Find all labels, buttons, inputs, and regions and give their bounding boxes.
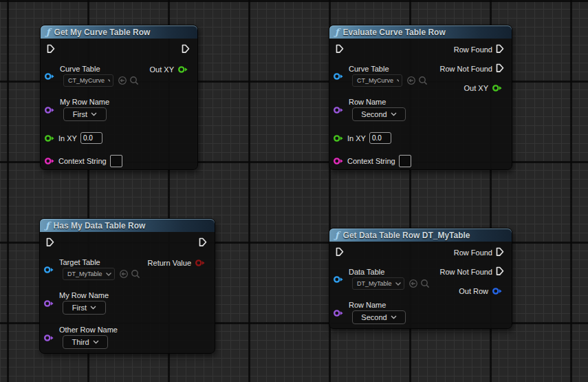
in-xy-pin[interactable]: [44, 134, 55, 142]
use-selected-asset-icon[interactable]: [118, 76, 127, 85]
chevron-down-icon: [105, 272, 111, 277]
chevron-down-icon: [391, 315, 397, 319]
curve-table-label: Curve Table: [60, 65, 100, 73]
other-row-name-label: Other Row Name: [59, 326, 118, 334]
other-row-name-select-value: Third: [72, 338, 89, 346]
asset-select-value: CT_MyCurve: [68, 77, 105, 84]
node-header[interactable]: ƒ Get Data Table Row DT_MyTable: [329, 229, 512, 242]
use-selected-asset-icon[interactable]: [409, 279, 418, 288]
node-has-my-data-table-row[interactable]: ƒ Has My Data Table Row Target Table DT_…: [39, 218, 215, 354]
data-table-asset-select[interactable]: DT_MyTable: [352, 277, 404, 290]
exec-in-pin[interactable]: [336, 247, 344, 257]
my-row-name-select-value: First: [72, 304, 87, 312]
context-string-pin[interactable]: [44, 157, 55, 165]
data-table-pin[interactable]: [333, 275, 344, 284]
row-name-select-value: Second: [361, 313, 386, 321]
row-not-found-label: Row Not Found: [440, 65, 492, 73]
context-string-pin[interactable]: [333, 157, 344, 165]
row-not-found-label: Row Not Found: [440, 268, 492, 276]
curve-table-asset-select[interactable]: CT_MyCurve: [352, 74, 402, 87]
row-name-select[interactable]: First: [63, 107, 107, 121]
row-found-pin-row[interactable]: Row Found: [454, 247, 504, 257]
row-not-found-exec-pin[interactable]: [496, 63, 504, 74]
node-title: Get My Curve Table Row: [54, 28, 151, 37]
row-not-found-pin-row[interactable]: Row Not Found: [440, 63, 504, 74]
out-row-pin[interactable]: [492, 287, 503, 295]
row-found-exec-pin[interactable]: [496, 247, 504, 257]
asset-select-value: CT_MyCurve: [357, 77, 393, 84]
curve-table-asset-select[interactable]: CT_MyCurve: [63, 74, 113, 87]
curve-table-pin[interactable]: [333, 72, 344, 81]
node-get-my-curve-table-row[interactable]: ƒ Get My Curve Table Row Curve Table CT_…: [40, 25, 198, 170]
data-table-label: Data Table: [349, 268, 384, 276]
return-value-pin-row[interactable]: Return Value: [148, 259, 206, 267]
my-row-name-select[interactable]: First: [63, 301, 106, 315]
node-title: Get Data Table Row DT_MyTable: [343, 231, 470, 240]
out-xy-pin-row[interactable]: Out XY: [150, 65, 188, 74]
node-evaluate-curve-table-row[interactable]: ƒ Evaluate Curve Table Row Row Found Row…: [329, 25, 512, 170]
exec-out-pin[interactable]: [182, 44, 190, 54]
target-table-label: Target Table: [59, 258, 100, 266]
out-xy-pin[interactable]: [492, 84, 503, 92]
target-table-asset-select[interactable]: DT_MyTable: [63, 268, 115, 280]
function-icon: ƒ: [335, 231, 339, 240]
chevron-down-icon: [396, 78, 399, 83]
curve-table-label: Curve Table: [349, 65, 389, 73]
exec-in-pin[interactable]: [336, 44, 344, 54]
use-selected-asset-icon[interactable]: [119, 269, 129, 279]
chevron-down-icon: [107, 78, 110, 83]
in-xy-pin[interactable]: [333, 134, 344, 142]
function-icon: ƒ: [45, 221, 50, 230]
context-string-label: Context String: [58, 157, 107, 165]
row-name-pin[interactable]: [333, 309, 344, 317]
chevron-down-icon: [391, 112, 397, 116]
browse-to-asset-icon[interactable]: [420, 279, 430, 288]
in-xy-input[interactable]: [369, 132, 391, 144]
out-row-label: Out Row: [459, 287, 488, 295]
row-name-select[interactable]: Second: [352, 107, 406, 121]
browse-to-asset-icon[interactable]: [129, 76, 139, 85]
return-value-pin[interactable]: [195, 259, 206, 267]
browse-to-asset-icon[interactable]: [131, 269, 140, 279]
context-string-input[interactable]: [110, 155, 122, 167]
blueprint-graph-canvas[interactable]: ƒ Get My Curve Table Row Curve Table CT_…: [0, 0, 588, 382]
browse-to-asset-icon[interactable]: [418, 76, 428, 85]
row-name-select-value: First: [73, 110, 87, 118]
function-icon: ƒ: [46, 28, 50, 36]
row-found-exec-pin[interactable]: [496, 44, 504, 54]
row-name-pin[interactable]: [333, 106, 344, 114]
target-table-pin[interactable]: [43, 266, 54, 274]
row-found-label: Row Found: [454, 45, 492, 54]
node-get-data-table-row[interactable]: ƒ Get Data Table Row DT_MyTable Row Foun…: [329, 228, 512, 329]
row-name-label: Row Name: [349, 98, 386, 106]
exec-in-pin[interactable]: [47, 44, 55, 54]
use-selected-asset-icon[interactable]: [406, 76, 416, 85]
exec-out-pin[interactable]: [199, 237, 207, 248]
chevron-down-icon: [395, 282, 401, 286]
out-xy-pin[interactable]: [177, 65, 188, 74]
row-name-pin[interactable]: [44, 106, 55, 114]
node-title: Has My Data Table Row: [54, 221, 146, 231]
chevron-down-icon: [90, 306, 96, 310]
my-row-name-label: My Row Name: [59, 291, 109, 299]
node-header[interactable]: ƒ Evaluate Curve Table Row: [329, 25, 512, 39]
row-not-found-exec-pin[interactable]: [496, 266, 504, 277]
row-not-found-pin-row[interactable]: Row Not Found: [440, 266, 504, 277]
other-row-name-pin[interactable]: [43, 334, 54, 342]
row-name-label: My Row Name: [60, 98, 109, 106]
other-row-name-select[interactable]: Third: [63, 335, 108, 349]
node-title: Evaluate Curve Table Row: [343, 28, 446, 37]
node-header[interactable]: ƒ Get My Curve Table Row: [41, 25, 197, 39]
curve-table-pin[interactable]: [44, 72, 55, 81]
row-name-select[interactable]: Second: [352, 310, 406, 324]
node-header[interactable]: ƒ Has My Data Table Row: [40, 219, 215, 232]
exec-in-pin[interactable]: [46, 237, 54, 248]
my-row-name-pin[interactable]: [43, 299, 54, 308]
context-string-input[interactable]: [399, 155, 411, 167]
out-xy-pin-row[interactable]: Out XY: [464, 84, 503, 92]
in-xy-input[interactable]: [80, 132, 102, 144]
out-row-pin-row[interactable]: Out Row: [459, 287, 503, 295]
row-found-label: Row Found: [454, 248, 492, 257]
row-found-pin-row[interactable]: Row Found: [454, 44, 504, 54]
in-xy-label: In XY: [58, 134, 77, 142]
